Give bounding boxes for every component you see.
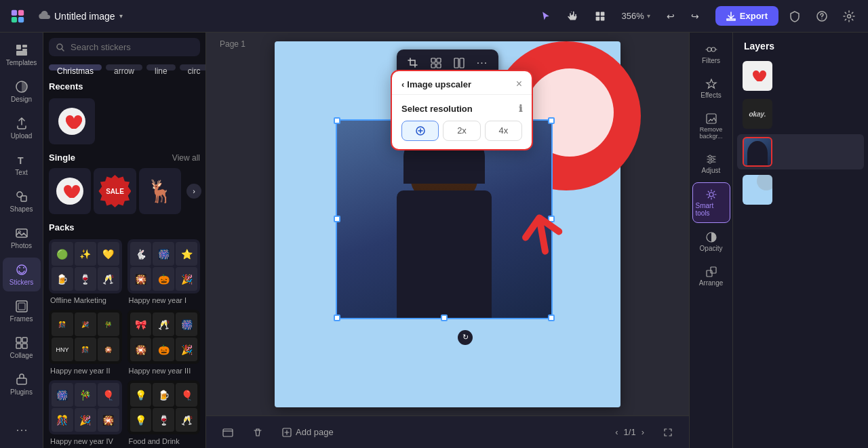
sidebar-item-shapes[interactable]: Shapes: [3, 184, 41, 218]
export-button[interactable]: Export: [715, 6, 778, 26]
packs-title: Packs: [43, 217, 205, 237]
svg-point-50: [709, 192, 713, 197]
arrow-sticker[interactable]: [513, 200, 571, 271]
layer-thumb-photo: [743, 137, 772, 167]
stickers-panel: Christmas arrow line circ Recents Single…: [43, 33, 206, 448]
upscaler-options: 2x 4x: [401, 121, 522, 141]
shield-icon-btn[interactable]: [784, 5, 806, 27]
upscaler-body: Select resolution ℹ 2x 4x: [392, 95, 532, 149]
prev-page-button[interactable]: ‹: [615, 427, 618, 437]
tool-remove-bg[interactable]: Remove backgr...: [692, 107, 730, 145]
tool-effects[interactable]: Effects: [692, 73, 730, 104]
single-sticker-heart[interactable]: [49, 168, 91, 214]
sidebar-item-design[interactable]: Design: [3, 75, 41, 108]
svg-rect-13: [22, 49, 27, 51]
zoom-chevron: ▾: [647, 12, 650, 20]
sidebar-item-templates[interactable]: Templates: [3, 38, 41, 72]
filter-tag-christmas[interactable]: Christmas: [49, 64, 102, 70]
svg-rect-22: [16, 301, 27, 312]
recent-sticker-heart[interactable]: [49, 98, 95, 144]
tool-adjust[interactable]: Adjust: [692, 148, 730, 180]
tool-opacity[interactable]: Opacity: [692, 226, 730, 258]
document-title-area[interactable]: Untitled image ▾: [38, 9, 123, 23]
zoom-value: 356%: [622, 11, 644, 21]
svg-rect-6: [595, 16, 599, 20]
sidebar-item-photos[interactable]: Photos: [3, 221, 41, 255]
info-icon[interactable]: ℹ: [519, 103, 522, 114]
layer-thumb-okay: okay.: [743, 99, 772, 129]
pack-item-0[interactable]: 🟢✨💛 🍺🍷🥂 Offline Marketing: [49, 239, 122, 304]
zoom-control[interactable]: 356% ▾: [616, 8, 656, 24]
svg-rect-24: [16, 338, 21, 342]
svg-rect-28: [17, 378, 26, 384]
handle-br[interactable]: [548, 314, 555, 321]
svg-rect-40: [460, 58, 464, 68]
svg-rect-30: [21, 430, 22, 431]
filter-tag-line[interactable]: line: [146, 64, 176, 70]
sidebar-item-collage[interactable]: Collage: [3, 331, 41, 365]
resolution-1x[interactable]: [401, 121, 439, 141]
resolution-2x[interactable]: 2x: [443, 121, 480, 141]
upscaler-title: Image upscaler: [407, 79, 471, 89]
expand-button[interactable]: [658, 425, 678, 440]
add-page-button[interactable]: Add page: [277, 424, 339, 440]
sidebar-item-upload[interactable]: Upload: [3, 111, 41, 145]
page-nav: ‹ 1/1 ›: [615, 427, 644, 437]
help-icon-btn[interactable]: [811, 5, 833, 27]
topbar-center-tools: 356% ▾ ↩ ↪: [535, 5, 705, 27]
upscaler-back-button[interactable]: ‹ Image upscaler: [401, 79, 471, 89]
handle-tl[interactable]: [334, 117, 340, 124]
layout-tool[interactable]: [589, 5, 611, 27]
svg-rect-2: [12, 16, 17, 22]
filter-tag-arrow[interactable]: arrow: [106, 64, 142, 70]
single-sticker-sale[interactable]: SALE: [94, 168, 136, 214]
pack-item-5[interactable]: 💡🍺🎈 💡🍷🥂 Food and Drink: [127, 380, 201, 445]
sidebar-item-plugins[interactable]: Plugins: [3, 367, 41, 401]
upscaler-close-button[interactable]: ×: [516, 78, 522, 90]
sidebar-item-more[interactable]: [3, 418, 41, 443]
layer-item-background[interactable]: [737, 172, 864, 207]
svg-rect-14: [16, 51, 27, 56]
handle-bm[interactable]: [441, 314, 448, 321]
layer-item-photo[interactable]: [737, 134, 864, 169]
pack-item-1[interactable]: 🐇🎆⭐ 🎇🎃🎉 Happy new year I: [127, 239, 201, 304]
handle-bl[interactable]: [334, 314, 340, 321]
logo[interactable]: [8, 7, 27, 26]
sidebar-item-stickers[interactable]: Stickers: [3, 258, 41, 291]
tool-arrange[interactable]: Arrange: [692, 260, 730, 292]
svg-point-9: [821, 18, 823, 20]
upscaler-header: ‹ Image upscaler ×: [392, 71, 532, 95]
canvas-container[interactable]: Page 1: [206, 33, 689, 415]
redo-button[interactable]: ↪: [686, 7, 705, 26]
handle-tr[interactable]: [548, 117, 555, 124]
resolution-4x[interactable]: 4x: [485, 121, 522, 141]
svg-rect-31: [25, 430, 26, 431]
search-input[interactable]: [71, 42, 193, 52]
pack-item-2[interactable]: 🎊🎉🎋 HNY🎊🎇 Happy new year II: [49, 310, 122, 375]
svg-point-48: [711, 158, 714, 161]
search-bar[interactable]: [49, 38, 200, 56]
save-to-folder-button[interactable]: [217, 424, 239, 441]
select-tool[interactable]: [535, 5, 557, 27]
handle-ml[interactable]: [334, 216, 340, 222]
view-all-single[interactable]: View all: [172, 153, 200, 163]
pack-item-4[interactable]: 🎆🎋🎈 🎊🎉🎇 Happy new year IV: [49, 380, 122, 445]
tool-filters[interactable]: Filters: [692, 38, 730, 70]
scroll-right-arrow[interactable]: ›: [186, 184, 201, 199]
next-page-button[interactable]: ›: [642, 427, 644, 437]
undo-button[interactable]: ↩: [661, 7, 680, 26]
single-sticker-reindeer[interactable]: 🦌: [139, 168, 181, 214]
layer-item-okay[interactable]: okay.: [737, 96, 864, 131]
settings-icon-btn[interactable]: [838, 5, 860, 27]
sidebar-item-frames[interactable]: Frames: [3, 294, 41, 328]
refresh-icon[interactable]: ↻: [458, 330, 473, 345]
svg-rect-39: [454, 58, 458, 68]
layer-item-heart[interactable]: [737, 58, 864, 94]
pack-item-3[interactable]: 🎀🥂🎆 🎇🎃🎉 Happy new year III: [127, 310, 201, 375]
delete-button[interactable]: [247, 424, 269, 441]
svg-rect-11: [16, 45, 21, 49]
sidebar-item-text[interactable]: T Text: [3, 148, 41, 182]
tool-smart-tools[interactable]: Smart tools: [692, 182, 730, 223]
filter-tag-circ[interactable]: circ: [180, 64, 205, 70]
pan-tool[interactable]: [562, 5, 584, 27]
